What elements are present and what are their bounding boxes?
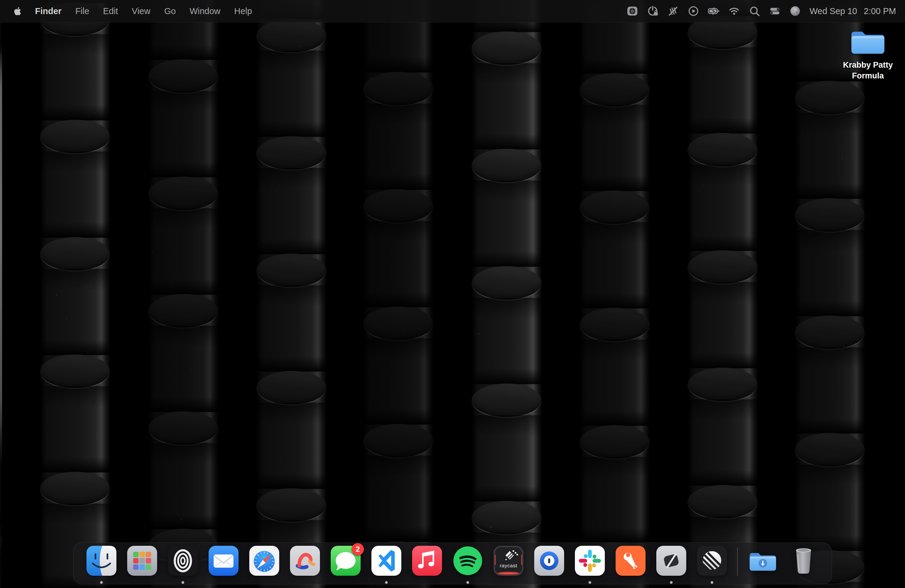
notification-badge: 2 (352, 543, 364, 555)
menu-item-view[interactable]: View (125, 0, 157, 22)
wallpaper-speckle (841, 148, 842, 149)
cylinder-cap (40, 472, 110, 505)
dock-item-finder[interactable] (86, 546, 116, 576)
cylinder-cap (688, 133, 757, 167)
starburst-tile-icon[interactable] (625, 2, 640, 20)
wallpaper-speckle (700, 350, 700, 350)
dock-item-slack[interactable] (575, 546, 605, 576)
dock-item-linear[interactable] (697, 546, 727, 576)
dock-item-vscode[interactable] (372, 546, 401, 576)
linear-icon (697, 546, 727, 576)
cylinder-cap (472, 149, 541, 182)
wallpaper-speckle (746, 348, 747, 349)
cylinder-cap (580, 191, 649, 224)
wifi-icon[interactable] (727, 2, 741, 20)
cylinder-joint-shadow (688, 118, 757, 133)
running-indicator-dot (100, 581, 103, 584)
cylinder-cap (580, 73, 649, 106)
wallpaper-speckle (583, 293, 584, 294)
apple-music-icon (412, 546, 442, 576)
cylinder-cap (795, 433, 865, 466)
cylinder-cap (256, 371, 326, 404)
cylinder-joint-shadow (256, 474, 326, 489)
dock-item-safari[interactable] (249, 546, 279, 576)
menu-item-window[interactable]: Window (183, 0, 227, 22)
apple-menu[interactable] (12, 0, 24, 22)
cylinder-joint-shadow (795, 300, 865, 316)
cylinder-cap-under-shadow (795, 347, 865, 368)
play-circle-icon[interactable] (686, 2, 700, 20)
menu-item-file[interactable]: File (68, 0, 96, 22)
wallpaper-speckle (203, 92, 204, 92)
wallpaper-speckle (487, 79, 487, 80)
siri-icon[interactable] (788, 2, 802, 20)
dock-item-arc-browser[interactable] (290, 546, 320, 576)
wallpaper-speckle (528, 406, 528, 407)
battery-charging-icon[interactable] (707, 2, 721, 20)
desktop-folder-krabby-patty-formula[interactable]: Krabby Patty Formula (837, 26, 899, 81)
dock-item-concentric-rings-app[interactable] (168, 546, 198, 576)
cylinder-joint-shadow (148, 279, 218, 295)
menu-item-finder[interactable]: Finder (28, 0, 68, 22)
wallpaper-speckle (627, 71, 627, 71)
wallpaper-speckle (609, 426, 610, 427)
cylinder-cap (148, 176, 218, 210)
dock-item-onepassword[interactable] (534, 546, 564, 576)
cylinder-cap-under-shadow (148, 326, 218, 347)
cylinder-cap (472, 501, 541, 534)
dock-item-raycast[interactable]: raycast (494, 546, 524, 576)
wallpaper-speckle (637, 218, 638, 219)
menu-item-help[interactable]: Help (227, 0, 259, 22)
menu-item-go[interactable]: Go (157, 0, 183, 22)
dock-item-mail[interactable] (209, 546, 238, 576)
password-lock-icon[interactable] (646, 2, 660, 20)
cylinder-cap (688, 250, 757, 284)
menu-bar-date: Wed Sep 10 (810, 6, 857, 16)
wallpaper-speckle (699, 79, 700, 80)
menu-bar-clock[interactable]: Wed Sep 10 2:00 PM (810, 6, 896, 16)
wallpaper-speckle (502, 256, 503, 257)
wallpaper-speckle (322, 349, 323, 350)
wallpaper-speckle (627, 337, 627, 338)
cylinder-joint-shadow (472, 369, 541, 384)
dock-item-messages[interactable]: 2 (331, 546, 360, 576)
wallpaper-speckle (281, 463, 282, 464)
dock-item-d-glyph-app[interactable] (656, 546, 686, 576)
cylinder-joint-shadow (688, 235, 757, 251)
cylinder-joint-shadow (580, 293, 649, 308)
cylinder-joint-shadow (0, 509, 2, 524)
striped-slash-icon[interactable] (666, 2, 680, 20)
app-menus: FinderFileEditViewGoWindowHelp (28, 0, 259, 22)
dock-item-downloads-folder[interactable] (748, 546, 778, 576)
wallpaper-speckle (415, 56, 416, 57)
cylinder-joint-shadow (256, 356, 326, 372)
wallpaper-speckle (371, 261, 372, 262)
menu-bar: FinderFileEditViewGoWindowHelp Wed Sep 1… (0, 0, 905, 22)
cylinder-cap (148, 294, 218, 327)
control-center-icon[interactable] (768, 2, 782, 20)
wallpaper-speckle (272, 184, 272, 185)
dock-item-trash[interactable] (789, 546, 819, 576)
menu-item-edit[interactable]: Edit (96, 0, 125, 22)
running-indicator-dot (589, 581, 591, 584)
dock-item-launchpad[interactable] (127, 546, 157, 576)
wallpaper-speckle (181, 519, 182, 520)
apple-logo-icon (13, 6, 23, 16)
raycast-icon (494, 546, 524, 576)
wallpaper-speckle (843, 345, 844, 346)
cylinder-joint-shadow (580, 58, 649, 74)
slack-icon (575, 546, 605, 576)
dock-item-postman[interactable] (616, 546, 646, 576)
wallpaper-speckle (213, 95, 214, 96)
wallpaper-speckle (153, 349, 154, 350)
wallpaper-speckle (89, 116, 90, 117)
wallpaper-speckle (513, 511, 514, 512)
wallpaper-speckle (834, 517, 835, 518)
spotlight-search-icon[interactable] (747, 2, 762, 20)
cylinder-cap (472, 383, 541, 417)
cylinder-joint-shadow (472, 251, 541, 267)
dock-item-spotify[interactable] (453, 546, 483, 576)
cylinder-cap-under-shadow (795, 113, 865, 133)
dock-item-apple-music[interactable] (412, 546, 442, 576)
cylinder-cap-under-shadow (256, 285, 326, 306)
